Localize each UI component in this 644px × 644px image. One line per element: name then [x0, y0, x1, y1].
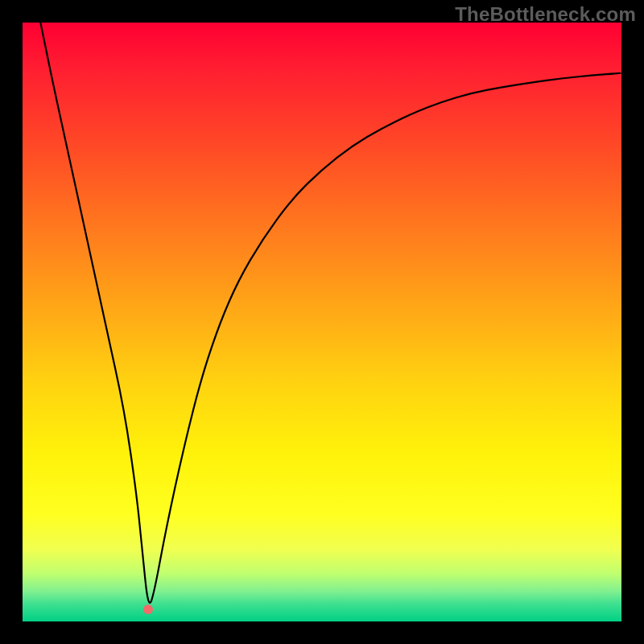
chart-frame: TheBottleneck.com — [0, 0, 644, 644]
bottleneck-curve — [23, 23, 621, 621]
curve-path — [40, 23, 621, 603]
plot-area — [23, 23, 621, 621]
